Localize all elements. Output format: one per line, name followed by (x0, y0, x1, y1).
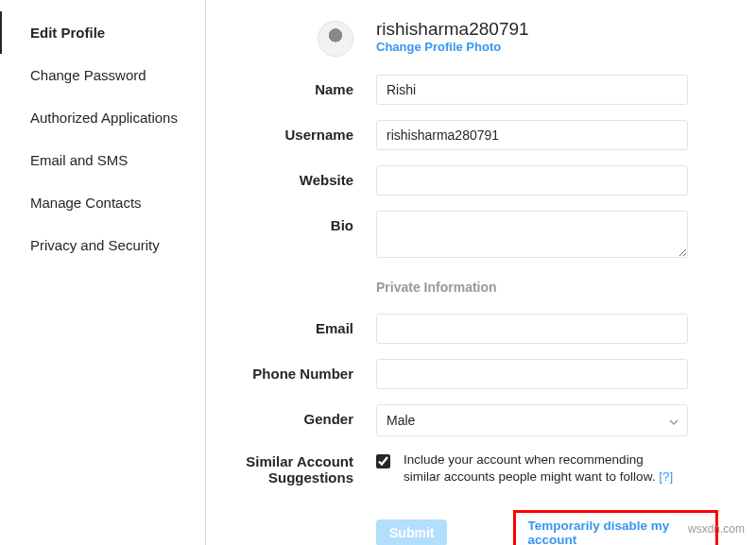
bio-input[interactable] (376, 211, 688, 258)
email-input[interactable] (376, 314, 688, 344)
sidebar-item-label: Manage Contacts (30, 195, 142, 211)
phone-input[interactable] (376, 359, 688, 389)
name-label: Name (234, 75, 376, 97)
username-label: Username (234, 120, 376, 143)
username-title: rishisharma280791 (376, 19, 718, 40)
sidebar-item-edit-profile[interactable]: Edit Profile (0, 11, 205, 54)
sidebar-item-email-sms[interactable]: Email and SMS (0, 139, 205, 181)
gender-label: Gender (234, 404, 376, 427)
edit-profile-form: rishisharma280791 Change Profile Photo N… (206, 0, 756, 545)
website-label: Website (234, 165, 376, 188)
phone-label: Phone Number (234, 359, 376, 382)
website-input[interactable] (376, 165, 688, 196)
username-input[interactable] (376, 120, 688, 150)
sidebar-item-label: Privacy and Security (30, 237, 160, 253)
sidebar-item-label: Change Password (30, 67, 146, 83)
gender-select[interactable]: Male (376, 404, 688, 436)
sidebar-item-privacy-security[interactable]: Privacy and Security (0, 224, 205, 266)
gender-value: Male (387, 413, 415, 428)
submit-button[interactable]: Submit (376, 519, 447, 545)
suggestions-checkbox[interactable] (376, 454, 390, 468)
settings-sidebar: Edit Profile Change Password Authorized … (0, 0, 206, 545)
change-photo-link[interactable]: Change Profile Photo (376, 40, 718, 54)
name-input[interactable] (376, 75, 688, 105)
sidebar-item-change-password[interactable]: Change Password (0, 54, 205, 96)
private-info-heading: Private Information (376, 276, 718, 298)
sidebar-item-manage-contacts[interactable]: Manage Contacts (0, 181, 205, 224)
sidebar-item-label: Edit Profile (30, 25, 105, 41)
suggestions-help-link[interactable]: [?] (659, 469, 673, 484)
watermark: wsxdn.com (688, 522, 745, 536)
avatar[interactable] (318, 21, 353, 57)
suggestions-text: Include your account when recommending s… (404, 451, 678, 485)
bio-label: Bio (234, 211, 376, 233)
suggestions-label: Similar Account Suggestions (234, 451, 376, 485)
sidebar-item-label: Authorized Applications (30, 110, 178, 126)
sidebar-item-authorized-apps[interactable]: Authorized Applications (0, 96, 205, 139)
chevron-down-icon (668, 416, 678, 425)
sidebar-item-label: Email and SMS (30, 152, 128, 168)
email-label: Email (234, 314, 376, 336)
